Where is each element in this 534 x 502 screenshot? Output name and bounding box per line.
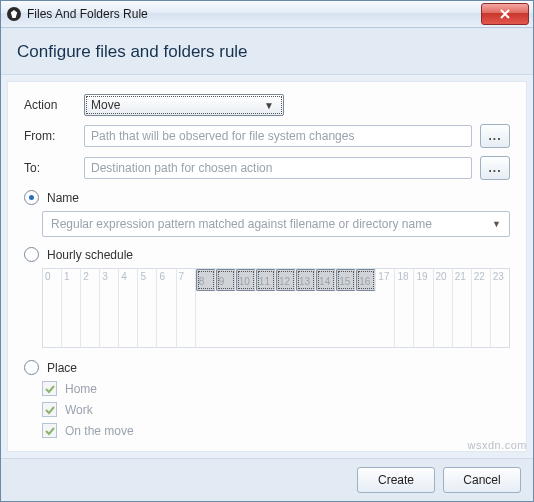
place-item: Work: [42, 402, 510, 417]
action-select[interactable]: Move ▼: [84, 94, 284, 116]
hour-cell-6[interactable]: 6: [157, 269, 176, 347]
hour-cell-7[interactable]: 7: [177, 269, 196, 347]
hour-cell-17[interactable]: 17: [376, 269, 395, 347]
dialog-header: Configure files and folders rule: [1, 28, 533, 75]
from-browse-button[interactable]: ...: [480, 124, 510, 148]
hourly-radio-row[interactable]: Hourly schedule: [24, 247, 510, 262]
hour-cell-15[interactable]: 15: [336, 269, 356, 291]
action-value: Move: [91, 98, 120, 112]
name-pattern-select[interactable]: Regular expression pattern matched again…: [42, 211, 510, 237]
hour-cell-18[interactable]: 18: [395, 269, 414, 347]
hour-cell-21[interactable]: 21: [453, 269, 472, 347]
place-checkbox[interactable]: [42, 423, 57, 438]
hourly-schedule-grid[interactable]: 01234567891011121314151617181920212223: [42, 268, 510, 348]
create-button[interactable]: Create: [357, 467, 435, 493]
to-label: To:: [24, 161, 84, 175]
hour-cell-9[interactable]: 9: [216, 269, 236, 291]
watermark: wsxdn.com: [467, 439, 527, 451]
place-label: Home: [65, 382, 97, 396]
hour-cell-16[interactable]: 16: [356, 269, 376, 291]
hour-cell-1[interactable]: 1: [62, 269, 81, 347]
app-icon: [7, 7, 21, 21]
place-item: Home: [42, 381, 510, 396]
place-checkbox[interactable]: [42, 402, 57, 417]
place-item: On the move: [42, 423, 510, 438]
hour-cell-3[interactable]: 3: [100, 269, 119, 347]
hour-cell-11[interactable]: 11: [256, 269, 276, 291]
hour-cell-12[interactable]: 12: [276, 269, 296, 291]
from-input[interactable]: Path that will be observed for file syst…: [84, 125, 472, 147]
place-list: HomeWorkOn the move: [42, 381, 510, 438]
to-browse-button[interactable]: ...: [480, 156, 510, 180]
hour-cell-14[interactable]: 14: [316, 269, 336, 291]
name-radio-row[interactable]: Name: [24, 190, 510, 205]
hour-cell-8[interactable]: 8: [196, 269, 216, 291]
dialog-window: Files And Folders Rule Configure files a…: [0, 0, 534, 502]
dialog-body: Action Move ▼ From: Path that will be ob…: [7, 81, 527, 452]
name-radio-label: Name: [47, 191, 79, 205]
close-icon: [500, 9, 510, 19]
hour-cell-23[interactable]: 23: [491, 269, 509, 347]
dialog-footer: Create Cancel: [1, 458, 533, 501]
place-label: Work: [65, 403, 93, 417]
hour-cell-20[interactable]: 20: [434, 269, 453, 347]
place-radio-row[interactable]: Place: [24, 360, 510, 375]
hour-cell-5[interactable]: 5: [138, 269, 157, 347]
to-input[interactable]: Destination path for chosen action: [84, 157, 472, 179]
hour-cell-22[interactable]: 22: [472, 269, 491, 347]
cancel-button[interactable]: Cancel: [443, 467, 521, 493]
from-row: From: Path that will be observed for fil…: [24, 124, 510, 148]
action-row: Action Move ▼: [24, 94, 510, 116]
place-radio[interactable]: [24, 360, 39, 375]
chevron-down-icon: ▼: [492, 219, 501, 229]
dialog-title: Configure files and folders rule: [17, 42, 248, 61]
place-checkbox[interactable]: [42, 381, 57, 396]
hourly-radio[interactable]: [24, 247, 39, 262]
to-row: To: Destination path for chosen action .…: [24, 156, 510, 180]
window-title: Files And Folders Rule: [27, 7, 148, 21]
action-label: Action: [24, 98, 84, 112]
chevron-down-icon: ▼: [261, 100, 277, 111]
name-radio[interactable]: [24, 190, 39, 205]
place-radio-label: Place: [47, 361, 77, 375]
from-label: From:: [24, 129, 84, 143]
hour-cell-19[interactable]: 19: [414, 269, 433, 347]
hour-cell-13[interactable]: 13: [296, 269, 316, 291]
hourly-radio-label: Hourly schedule: [47, 248, 133, 262]
hour-cell-0[interactable]: 0: [43, 269, 62, 347]
title-bar: Files And Folders Rule: [1, 1, 533, 28]
window-close-button[interactable]: [481, 3, 529, 25]
hour-cell-4[interactable]: 4: [119, 269, 138, 347]
hour-cell-2[interactable]: 2: [81, 269, 100, 347]
place-label: On the move: [65, 424, 134, 438]
hour-cell-10[interactable]: 10: [236, 269, 256, 291]
